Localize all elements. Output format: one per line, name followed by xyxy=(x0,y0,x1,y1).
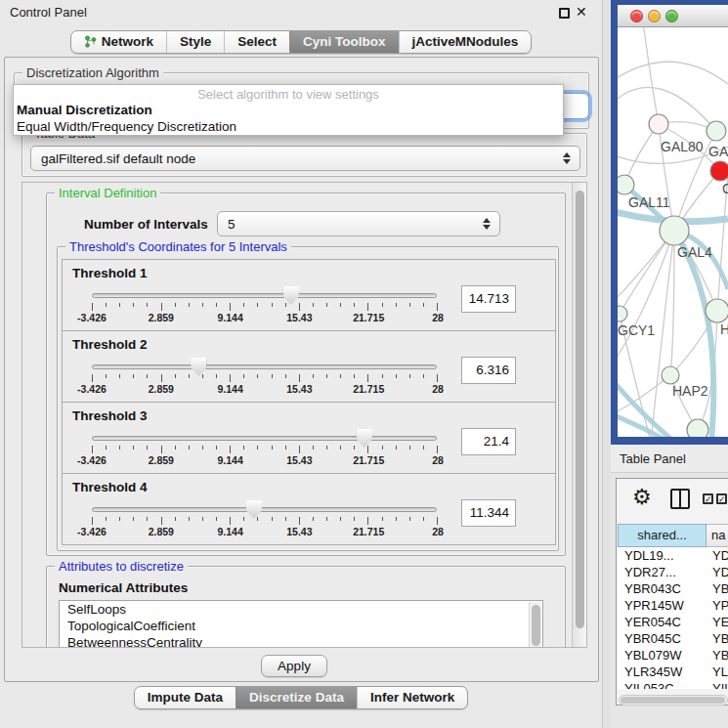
network-window-titlebar[interactable] xyxy=(618,5,728,27)
cell-name[interactable]: YDL1 xyxy=(707,547,728,564)
attribute-list-item[interactable]: SelfLoops xyxy=(60,601,542,618)
tab-select[interactable]: Select xyxy=(224,31,289,53)
cell-name[interactable]: YDR2 xyxy=(707,564,728,580)
cell-name[interactable]: YER0 xyxy=(707,614,728,630)
horizontal-scrollbar-thumb[interactable] xyxy=(621,697,725,704)
minimize-traffic-light-icon[interactable] xyxy=(648,10,661,22)
thresholds-group: Threshold's Coordinates for 5 Intervals … xyxy=(57,246,559,551)
tab-impute-data[interactable]: Impute Data xyxy=(135,687,236,708)
threshold-4-slider[interactable] xyxy=(92,507,437,512)
network-edge[interactable] xyxy=(624,124,659,185)
table-row[interactable]: YBL079WYBL0 xyxy=(618,647,728,664)
network-node[interactable] xyxy=(649,114,668,134)
threshold-1-panel: Threshold 1 -3.4262.8599.14415.4321.7152… xyxy=(62,259,556,331)
network-node[interactable] xyxy=(618,175,634,194)
network-edge[interactable] xyxy=(618,62,728,84)
slider-major-ticks xyxy=(92,517,438,525)
threshold-4-panel: Threshold 4 -3.4262.8599.14415.4321.7152… xyxy=(62,473,556,545)
top-tab-bar: Network Style Select Cyni Toolbox jActiv… xyxy=(0,30,602,54)
network-node[interactable] xyxy=(618,306,627,321)
table-row[interactable]: YDL19...YDL1 xyxy=(618,547,728,564)
tab-discretize-data[interactable]: Discretize Data xyxy=(236,687,357,708)
cell-shared-name[interactable]: YPR145W xyxy=(618,597,707,614)
table-row[interactable]: YDR27...YDR2 xyxy=(618,564,728,580)
tab-network[interactable]: Network xyxy=(71,31,166,53)
horizontal-scrollbar[interactable] xyxy=(619,695,728,706)
threshold-4-value[interactable]: 11.344 xyxy=(461,499,516,527)
threshold-1-value[interactable]: 14.713 xyxy=(461,285,516,313)
table-data-combobox[interactable]: galFiltered.sif default node xyxy=(30,146,580,171)
float-window-icon[interactable] xyxy=(559,8,570,19)
slider-tick-label: 21.715 xyxy=(353,454,384,466)
attribute-list-item[interactable]: TopologicalCoefficient xyxy=(60,618,542,634)
list-scrollbar[interactable] xyxy=(529,602,541,648)
threshold-2-label: Threshold 2 xyxy=(72,337,148,352)
attribute-list-item[interactable]: BetweennessCentrality xyxy=(60,634,542,648)
network-view-window[interactable]: GAL80GACGAL11GAL4GCY1HHAP2 xyxy=(611,0,728,445)
menu-item-manual-discretization[interactable]: Manual Discretization xyxy=(17,103,152,117)
threshold-2-value[interactable]: 6.316 xyxy=(461,357,516,384)
cell-name[interactable]: YBL0 xyxy=(707,647,728,664)
viewport-scrollbar-thumb[interactable] xyxy=(576,191,584,628)
cell-name[interactable]: YLR3 xyxy=(707,664,728,680)
table-row[interactable]: YIL053CYIL0 xyxy=(618,680,728,689)
tab-cyni-toolbox[interactable]: Cyni Toolbox xyxy=(289,31,399,53)
interval-definition-group: Interval Definition Number of Intervals … xyxy=(46,193,566,556)
cell-shared-name[interactable]: YBL079W xyxy=(618,647,707,664)
cell-shared-name[interactable]: YBR045C xyxy=(618,630,707,647)
list-scrollbar-thumb[interactable] xyxy=(532,605,540,646)
table-row[interactable]: YER054CYER0 xyxy=(618,614,728,630)
network-node[interactable] xyxy=(660,216,689,245)
table-panel-title: Table Panel xyxy=(620,451,686,466)
num-intervals-combobox[interactable]: 5 xyxy=(217,211,500,236)
tab-infer-network[interactable]: Infer Network xyxy=(357,687,467,708)
network-graph[interactable]: GAL80GACGAL11GAL4GCY1HHAP2 xyxy=(618,27,728,437)
network-node[interactable] xyxy=(662,366,679,384)
table-row[interactable]: YBR043CYBR0 xyxy=(618,580,728,597)
column-header-shared-name[interactable]: shared... xyxy=(618,524,707,547)
network-node[interactable] xyxy=(710,161,728,181)
table-row[interactable]: YPR145WYPR1 xyxy=(618,597,728,614)
column-header-name[interactable]: na xyxy=(707,524,728,547)
network-node-label: C xyxy=(722,181,728,196)
cell-name[interactable]: YBR0 xyxy=(707,630,728,647)
cell-name[interactable]: YPR1 xyxy=(707,597,728,614)
cell-shared-name[interactable]: YER054C xyxy=(618,614,707,630)
network-node[interactable] xyxy=(707,121,726,141)
slider-tick-label: 2.859 xyxy=(149,526,174,537)
threshold-3-value[interactable]: 21.4 xyxy=(461,428,516,455)
table-row[interactable]: YBR045CYBR0 xyxy=(618,630,728,647)
gear-icon[interactable]: ⚙ xyxy=(632,485,652,510)
network-edge[interactable] xyxy=(643,27,659,124)
viewport-scrollbar[interactable] xyxy=(572,183,586,647)
threshold-2-slider[interactable] xyxy=(92,364,437,369)
close-traffic-light-icon[interactable] xyxy=(630,10,643,22)
thresholds-group-title: Threshold's Coordinates for 5 Intervals xyxy=(65,239,291,254)
numerical-attributes-list[interactable]: SelfLoopsTopologicalCoefficientBetweenne… xyxy=(59,600,543,648)
cell-shared-name[interactable]: YDL19... xyxy=(618,547,707,564)
checkbox-icon[interactable]: ✓ xyxy=(716,493,727,504)
network-node[interactable] xyxy=(687,419,708,437)
cell-shared-name[interactable]: YIL053C xyxy=(618,680,707,689)
network-node[interactable] xyxy=(706,299,728,322)
tab-style[interactable]: Style xyxy=(166,31,224,53)
tab-jactivemnodules[interactable]: jActiveMNodules xyxy=(399,31,532,53)
close-icon[interactable]: ✕ xyxy=(576,4,587,20)
cell-name[interactable]: YBR0 xyxy=(707,580,728,597)
table-data-value: galFiltered.sif default node xyxy=(41,151,195,166)
network-edge-thick[interactable] xyxy=(618,414,668,437)
menu-item-equal-width-frequency[interactable]: Equal Width/Frequency Discretization xyxy=(17,119,236,134)
cell-shared-name[interactable]: YBR043C xyxy=(618,580,707,597)
cell-shared-name[interactable]: YLR345W xyxy=(618,664,707,680)
cell-shared-name[interactable]: YDR27... xyxy=(618,564,707,580)
threshold-1-slider[interactable] xyxy=(92,293,437,298)
table-panel-titlebar: Table Panel xyxy=(611,445,728,473)
apply-button[interactable]: Apply xyxy=(261,655,327,677)
network-canvas[interactable]: GAL80GACGAL11GAL4GCY1HHAP2 xyxy=(618,27,728,437)
table-row[interactable]: YLR345WYLR3 xyxy=(618,664,728,680)
split-view-icon[interactable] xyxy=(670,489,690,509)
threshold-3-slider[interactable] xyxy=(92,436,437,441)
cell-name[interactable]: YIL0 xyxy=(707,680,728,689)
checkbox-icon[interactable]: ✓ xyxy=(703,493,713,504)
zoom-traffic-light-icon[interactable] xyxy=(665,10,678,22)
